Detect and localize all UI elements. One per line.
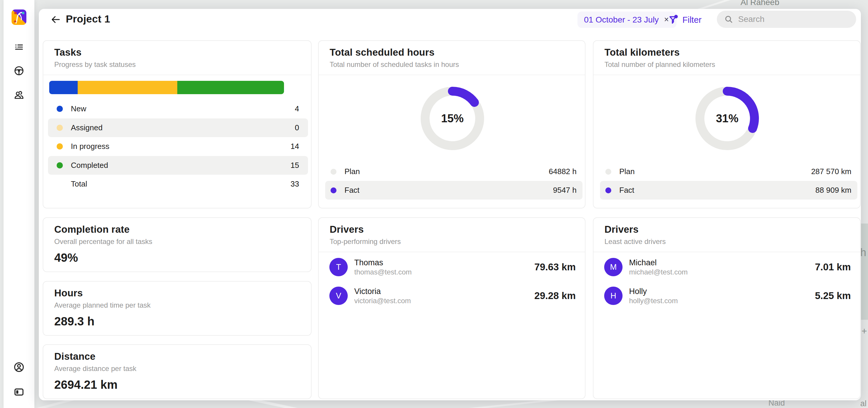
map-label-fragment-plus: + [862,326,867,337]
divider [319,252,585,252]
driver-distance: 5.25 km [815,290,851,301]
legend-row-inprogress: In progress 14 [48,137,308,156]
card-title: Drivers [604,224,639,235]
card-title: Total kilometers [604,47,680,58]
filter-button[interactable]: Filter [668,12,702,27]
legend-value: 14 [290,142,299,151]
driver-distance: 79.63 km [534,262,576,273]
avatar: T [329,258,348,276]
scheduled-hours-card: Total scheduled hours Total number of sc… [318,40,586,208]
plan-dot [606,169,611,175]
fact-row: Fact 9547 h [325,181,583,200]
filter-label: Filter [682,15,702,25]
bar-segment-completed [177,81,284,94]
distance-card: Distance Average distance per task 2694.… [43,344,312,399]
bar-segment-new [49,81,78,94]
kilometers-donut-chart: 31% [694,85,761,151]
legend-label: Assigned [71,123,102,132]
driver-email: thomas@test.com [354,268,412,276]
donut-percent-label: 15% [419,85,486,151]
status-dot-new [57,106,63,112]
card-subtitle: Top-performing drivers [330,237,401,246]
card-subtitle: Average distance per task [54,365,136,373]
legend-value: 0 [295,123,299,132]
task-status-stacked-bar [49,81,284,94]
divider [43,75,311,75]
fact-value: 9547 h [553,185,577,195]
legend-row-assigned: Assigned 0 [48,118,308,137]
team-icon[interactable] [13,90,25,101]
legend-value: 4 [295,104,299,113]
fact-label: Fact [619,185,634,195]
legend-label: Total [71,179,87,189]
legend-row-new: New 4 [48,100,308,118]
card-subtitle: Progress by task statuses [54,60,136,69]
hours-donut-chart: 15% [419,85,486,151]
plan-fact-rows: Plan 64882 h Fact 9547 h [325,162,583,200]
date-range-chip[interactable]: 01 October - 23 July × [578,11,677,28]
card-subtitle: Total number of planned kilometers [604,60,715,69]
completion-rate-value: 49% [54,251,78,264]
driver-row[interactable]: V Victoria victoria@test.com 29.28 km [329,286,576,305]
card-title: Completion rate [54,224,129,235]
plan-label: Plan [344,167,360,176]
steering-wheel-icon[interactable] [13,65,25,76]
card-title: Distance [54,351,95,362]
plan-value: 287 570 km [811,167,851,176]
plan-fact-rows: Plan 287 570 km Fact 88 909 km [600,162,857,200]
divider [319,75,585,75]
hours-value: 289.3 h [54,315,95,328]
dot-spacer [57,181,63,187]
card-title: Total scheduled hours [330,47,435,58]
status-dot-completed [57,162,63,168]
legend-value: 33 [290,179,299,189]
legend-row-total: Total 33 [48,175,308,194]
fact-dot [606,188,611,193]
drivers-top-card: Drivers Top-performing drivers T Thomas … [318,217,586,399]
driver-email: victoria@test.com [354,296,411,305]
legend-label: New [71,104,86,113]
app-logo-icon[interactable] [11,9,26,25]
completion-rate-card: Completion rate Overall percentage for a… [43,217,312,272]
sidebar [4,0,34,408]
distance-value: 2694.21 km [54,378,118,392]
driver-distance: 29.28 km [534,290,576,301]
status-dot-inprogress [57,143,63,149]
fact-row: Fact 88 909 km [600,181,857,200]
driver-row[interactable]: T Thomas thomas@test.com 79.63 km [329,258,576,276]
map-label-fragment-al: al [860,399,867,408]
legend-row-completed: Completed 15 [48,156,308,175]
fact-label: Fact [344,185,360,195]
avatar: H [604,286,623,305]
page-title: Project 1 [66,13,110,25]
divider [593,252,860,252]
search-box[interactable] [717,11,856,28]
drivers-least-card: Drivers Least active drivers M Michael m… [593,217,861,399]
donut-percent-label: 31% [694,85,761,151]
plan-value: 64882 h [549,167,577,176]
back-button[interactable] [50,13,62,26]
avatar: M [604,258,623,276]
card-subtitle: Least active drivers [604,237,666,246]
search-input[interactable] [738,14,855,24]
plan-row: Plan 287 570 km [600,162,857,181]
driver-name: Victoria [354,286,411,296]
driver-email: michael@test.com [629,268,688,276]
date-range-label: 01 October - 23 July [584,15,659,25]
legend-value: 15 [290,161,299,170]
driver-row[interactable]: M Michael michael@test.com 7.01 km [604,258,851,276]
collapse-panel-icon[interactable] [13,386,25,398]
fact-dot [331,188,337,193]
avatar: V [329,286,348,305]
plan-row: Plan 64882 h [325,162,583,181]
driver-row[interactable]: H Holly holly@test.com 5.25 km [604,286,851,305]
kilometers-card: Total kilometers Total number of planned… [593,40,861,208]
task-list-icon[interactable] [13,41,25,53]
map-label-fragment-h: h [860,246,866,259]
card-subtitle: Average planned time per task [54,301,151,309]
bar-segment-inprogress [78,81,177,94]
driver-email: holly@test.com [629,296,678,305]
card-title: Tasks [54,47,82,58]
driver-name: Thomas [354,258,412,268]
account-icon[interactable] [13,362,25,373]
